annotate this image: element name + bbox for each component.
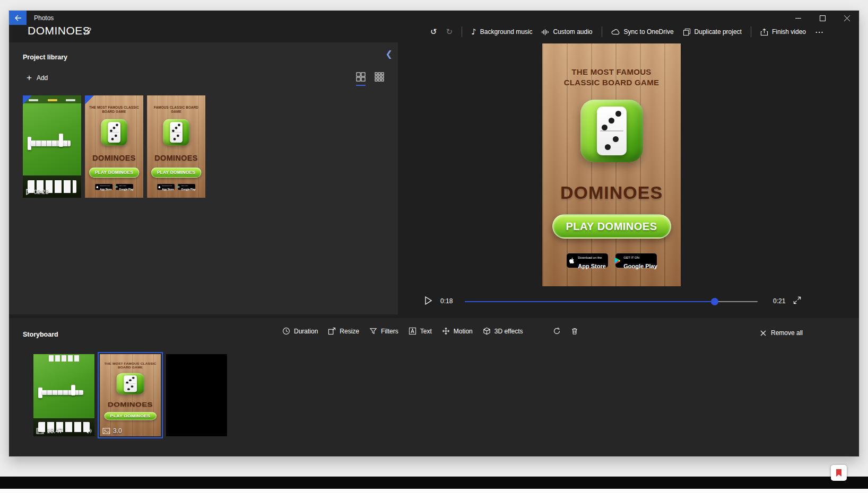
close-button[interactable] — [835, 11, 859, 26]
edit-title-button[interactable] — [83, 27, 92, 36]
project-library-title: Project library — [23, 54, 67, 61]
domino-pips — [131, 385, 133, 388]
promo-title: DOMINOES — [85, 154, 143, 162]
apple-logo-icon — [96, 185, 99, 188]
play-icon — [425, 296, 432, 305]
fullscreen-button[interactable] — [793, 296, 801, 304]
video-preview[interactable]: THE MOST FAMOUS CLASSIC BOARD GAME DOMIN… — [542, 43, 681, 286]
app-store-badge: Download on theApp Store — [157, 184, 175, 190]
more-options-icon: ⋯ — [815, 27, 824, 37]
apple-logo-icon — [158, 185, 161, 188]
store-badges: Download on theApp Store GET IT ONGoogle… — [542, 253, 681, 268]
redo-icon: ↻ — [446, 28, 453, 36]
resize-button[interactable]: Resize — [328, 327, 359, 335]
add-label: Add — [37, 74, 48, 82]
library-item-promo1[interactable]: THE MOST FAMOUS CLASSIC BOARD GAME DOMIN… — [85, 95, 143, 198]
minimize-button[interactable] — [786, 11, 810, 26]
duplicate-project-label: Duplicate project — [695, 28, 742, 36]
bookmark-overlay-button[interactable] — [831, 465, 847, 481]
more-options-button[interactable]: ⋯ — [815, 27, 824, 37]
grid-view-small-toggle[interactable] — [375, 72, 384, 86]
bottom-white-strip — [0, 489, 868, 493]
page-title: DOMINOES — [28, 24, 90, 37]
photos-app-window: Photos DOMINOES ↺ ↻ ♪ Background music — [9, 11, 859, 456]
duration-button[interactable]: Duration — [282, 327, 318, 335]
custom-audio-button[interactable]: Custom audio — [541, 28, 592, 36]
in-storyboard-flag — [23, 95, 32, 104]
library-items: 02:23 THE MOST FAMOUS CLASSIC BOARD GAME — [23, 95, 205, 198]
badge-tagline: GET IT ON — [119, 185, 126, 187]
finish-video-icon — [760, 28, 768, 36]
dominoes-game-thumbnail — [23, 95, 81, 198]
finish-video-button[interactable]: Finish video — [760, 28, 806, 36]
background-music-button[interactable]: ♪ Background music — [471, 28, 532, 36]
top-toolbar: ↺ ↻ ♪ Background music Custom audio Sync… — [430, 27, 824, 37]
minimize-icon — [795, 15, 801, 21]
clock-icon — [282, 327, 290, 335]
close-icon — [844, 15, 850, 21]
seek-slider[interactable] — [465, 298, 758, 305]
total-time: 0:21 — [773, 297, 785, 305]
badge-tagline: Download on the — [578, 256, 602, 259]
domino-divider — [600, 130, 623, 131]
domino-piece — [59, 134, 63, 147]
promo-artwork: THE MOST FAMOUS CLASSIC BOARD GAME DOMIN… — [100, 354, 161, 436]
storyboard-title: Storyboard — [23, 331, 58, 338]
badge-name: Google Play — [181, 188, 196, 190]
motion-button[interactable]: Motion — [442, 327, 473, 335]
badge-name: Google Play — [119, 188, 134, 190]
store-badges: Download on theApp Store GET IT ONGoogle… — [147, 184, 205, 190]
background-music-label: Background music — [480, 28, 533, 36]
edit-pencil-icon — [83, 27, 92, 36]
remove-all-x-icon — [760, 330, 766, 336]
library-item-video[interactable]: 02:23 — [23, 95, 81, 198]
badge-tagline: Download on the — [100, 185, 110, 187]
duplicate-project-button[interactable]: Duplicate project — [683, 28, 742, 36]
grid-view-large-toggle[interactable] — [356, 72, 366, 86]
domino-chain — [31, 140, 71, 147]
domino-pips — [615, 111, 621, 117]
app-store-badge: Download on theApp Store — [567, 253, 608, 268]
film-icon — [36, 428, 44, 434]
3d-effects-label: 3D effects — [494, 328, 523, 335]
maximize-icon — [820, 15, 826, 21]
play-button[interactable] — [425, 296, 432, 305]
domino-divider — [171, 132, 181, 133]
sync-onedrive-label: Sync to OneDrive — [624, 28, 674, 36]
opponent-hand-tiles — [49, 355, 80, 362]
domino-chain — [42, 390, 83, 395]
storyboard-clip-video[interactable]: 18.47 — [33, 354, 94, 436]
3d-effects-button[interactable]: 3D effects — [483, 327, 523, 335]
maximize-button[interactable] — [810, 11, 835, 26]
collapse-panel-button[interactable]: ❮ — [386, 49, 393, 59]
undo-button[interactable]: ↺ — [430, 28, 437, 36]
domino-tile — [124, 375, 137, 392]
rotate-button[interactable] — [553, 327, 561, 335]
custom-audio-label: Custom audio — [553, 28, 592, 36]
resize-icon — [328, 327, 336, 335]
fullscreen-icon — [793, 296, 801, 304]
badge-name: App Store — [100, 188, 111, 190]
remove-all-button[interactable]: Remove all — [760, 329, 803, 337]
text-label: Text — [420, 328, 432, 335]
filters-icon — [369, 327, 377, 335]
domino-pips — [613, 136, 619, 142]
filters-button[interactable]: Filters — [369, 327, 398, 335]
store-badges: Download on theApp Store GET IT ONGoogle… — [85, 184, 143, 190]
delete-button[interactable] — [571, 327, 578, 335]
duration-label: Duration — [294, 328, 318, 335]
seek-thumb[interactable] — [711, 298, 718, 305]
speaker-icon[interactable] — [84, 428, 92, 434]
storyboard-clip-black[interactable] — [166, 354, 227, 436]
project-library-panel: Project library ❮ + Add — [9, 42, 398, 314]
add-button[interactable]: + Add — [27, 74, 48, 82]
text-button[interactable]: Text — [409, 327, 432, 335]
dominoes-game-thumbnail — [33, 354, 94, 436]
library-item-promo2[interactable]: FAMOUS CLASSIC BOARD GAME DOMINOES PLAY … — [147, 95, 205, 198]
back-button[interactable] — [9, 11, 27, 25]
sync-onedrive-button[interactable]: Sync to OneDrive — [611, 28, 674, 36]
storyboard-clip-image-selected[interactable]: THE MOST FAMOUS CLASSIC BOARD GAME DOMIN… — [100, 354, 161, 436]
domino-pips — [132, 377, 135, 379]
redo-button[interactable]: ↻ — [446, 28, 453, 36]
onedrive-sync-icon — [611, 28, 620, 36]
